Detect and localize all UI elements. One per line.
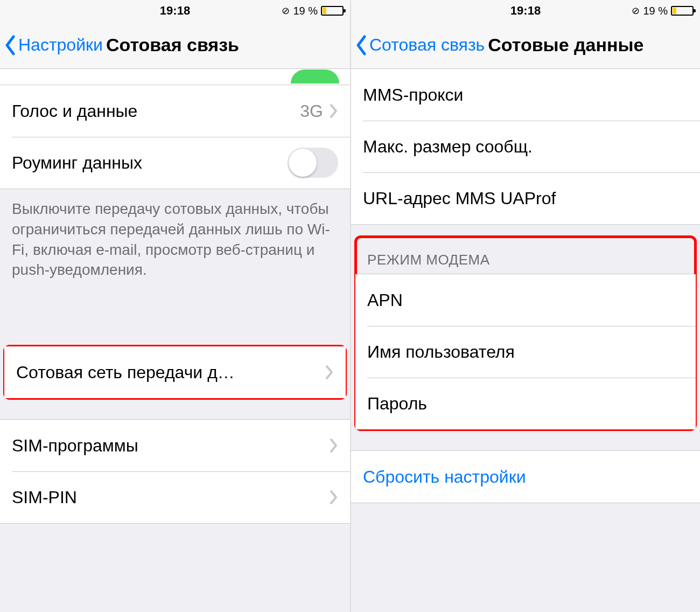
section-header-modem: РЕЖИМ МОДЕМА (355, 237, 696, 274)
group-reset: Сбросить настройки (351, 450, 700, 503)
battery-icon (671, 6, 694, 16)
row-mms-proxy[interactable]: MMS-прокси (351, 69, 700, 121)
reset-settings-button[interactable]: Сбросить настройки (351, 451, 700, 503)
row-label: Макс. размер сообщ. (363, 137, 688, 157)
status-time: 19:18 (510, 4, 541, 18)
status-right: ⊘ 19 % (632, 5, 694, 17)
nav-bar: Сотовая связь Сотовые данные (351, 22, 700, 69)
switch-on-icon[interactable] (291, 69, 339, 84)
chevron-right-icon (330, 490, 338, 505)
row-label: URL-адрес MMS UAProf (363, 189, 688, 208)
row-username[interactable]: Имя пользователя (355, 326, 696, 378)
group-mms: MMS-прокси Макс. размер сообщ. URL-адрес… (351, 69, 700, 225)
group-voice-roaming: Голос и данные 3G Роуминг данных (0, 85, 350, 189)
rotation-lock-icon: ⊘ (282, 5, 290, 17)
group-modem: APN Имя пользователя Пароль (355, 274, 696, 430)
highlight-modem-section: РЕЖИМ МОДЕМА APN Имя пользователя Пароль (355, 237, 696, 430)
row-label: Сбросить настройки (363, 467, 688, 487)
screen-cellular: 19:18 ⊘ 19 % Настройки Сотовая связь Гол… (0, 0, 350, 612)
row-label: MMS-прокси (363, 85, 688, 105)
row-label: Пароль (367, 394, 684, 414)
row-data-roaming[interactable]: Роуминг данных (0, 137, 350, 189)
chevron-right-icon (330, 103, 338, 119)
group-cellular-network: Сотовая сеть передачи д… (4, 346, 346, 399)
row-label: SIM-программы (12, 436, 330, 456)
footer-description: Выключите передачу сотовых данных, чтобы… (0, 189, 350, 292)
row-label: SIM-PIN (12, 488, 330, 507)
chevron-right-icon (325, 365, 334, 380)
row-mms-uaprof-url[interactable]: URL-адрес MMS UAProf (351, 172, 700, 224)
row-label: APN (367, 290, 684, 310)
row-sim-pin[interactable]: SIM-PIN (0, 471, 350, 523)
row-voice-data[interactable]: Голос и данные 3G (0, 85, 350, 137)
chevron-right-icon (330, 438, 338, 453)
row-label: Роуминг данных (12, 153, 288, 173)
status-right: ⊘ 19 % (282, 5, 344, 17)
back-button[interactable]: Сотовая связь (351, 35, 485, 55)
page-title: Сотовые данные (488, 34, 643, 55)
status-bar: 19:18 ⊘ 19 % (351, 0, 700, 22)
row-label: Голос и данные (12, 101, 300, 121)
nav-bar: Настройки Сотовая связь (0, 22, 350, 69)
row-value: 3G (300, 101, 323, 121)
row-password[interactable]: Пароль (355, 378, 696, 429)
row-max-message-size[interactable]: Макс. размер сообщ. (351, 121, 700, 172)
battery-icon (321, 6, 344, 16)
row-apn[interactable]: APN (355, 274, 696, 326)
page-title: Сотовая связь (106, 34, 239, 55)
switch-off-icon[interactable] (288, 148, 338, 178)
row-label: Имя пользователя (367, 342, 684, 362)
screen-cellular-data: 19:18 ⊘ 19 % Сотовая связь Сотовые данны… (350, 0, 700, 612)
group-sim: SIM-программы SIM-PIN (0, 419, 350, 524)
chevron-left-icon (355, 35, 367, 55)
back-label: Сотовая связь (369, 35, 485, 55)
status-bar: 19:18 ⊘ 19 % (0, 0, 350, 22)
back-label: Настройки (18, 35, 103, 55)
status-time: 19:18 (160, 4, 190, 18)
rotation-lock-icon: ⊘ (632, 5, 640, 17)
toggle-row-partial (0, 69, 350, 85)
battery-percent: 19 % (643, 5, 668, 17)
row-label: Сотовая сеть передачи д… (16, 363, 325, 382)
row-sim-applications[interactable]: SIM-программы (0, 420, 350, 471)
battery-percent: 19 % (293, 5, 318, 17)
row-cellular-data-network[interactable]: Сотовая сеть передачи д… (4, 346, 346, 398)
chevron-left-icon (4, 35, 16, 55)
back-button[interactable]: Настройки (0, 35, 103, 55)
